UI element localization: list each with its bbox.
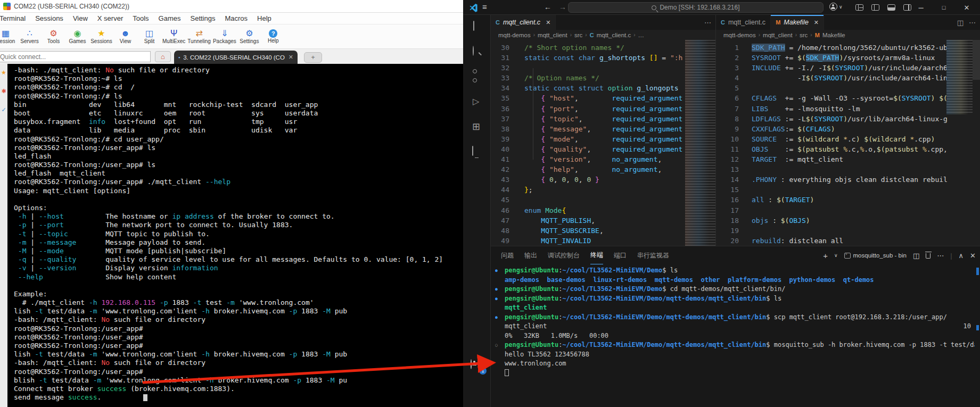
extensions-icon[interactable]: ⊞ — [471, 121, 483, 134]
home-button[interactable]: ⌂ — [155, 51, 171, 62]
more-actions-icon[interactable]: ⋯ — [969, 19, 976, 27]
toolbar-games-button[interactable]: ◉Games — [65, 29, 89, 45]
editor-scrollbar[interactable] — [973, 40, 980, 80]
tab-makefile[interactable]: M Makefile ✕ — [771, 15, 824, 30]
toggle-panel-icon[interactable] — [887, 4, 895, 11]
window-minimize-button[interactable]: ─ — [913, 0, 929, 15]
window-close-button[interactable]: ✕ — [959, 0, 975, 15]
serial-session-tab[interactable]: ▪ 3. COM22 (USB-SERIAL CH340 (CO ✕ — [174, 51, 298, 64]
toggle-secondary-sidebar-icon[interactable] — [903, 4, 911, 11]
panel-tab-debug-console[interactable]: 调试控制台 — [548, 246, 580, 264]
run-debug-icon[interactable]: ▷ — [471, 96, 483, 109]
minimap[interactable] — [685, 40, 715, 246]
toolbar-settings-button[interactable]: ⚙Settings — [237, 29, 261, 45]
toolbar-split-button[interactable]: ◫Split — [137, 29, 161, 45]
remote-explorer-icon[interactable] — [471, 146, 483, 159]
breadcrumb-item[interactable]: src — [800, 32, 808, 38]
breadcrumb-item[interactable]: src — [574, 32, 582, 38]
menu-item-help[interactable]: Help — [252, 14, 276, 22]
panel-tab-serial-monitor[interactable]: 串行监视器 — [637, 246, 669, 264]
breadcrumb-item[interactable]: mqtt_client — [538, 32, 567, 38]
breadcrumb-item[interactable]: mqtt_client.c — [597, 32, 631, 38]
tab-close-icon[interactable]: ✕ — [546, 19, 550, 26]
terminal-instance-entry[interactable]: mosquitto_sub - bin — [844, 252, 907, 259]
minimap[interactable] — [946, 40, 973, 114]
source-control-icon[interactable] — [471, 71, 483, 84]
window-maximize-button[interactable]: □ — [936, 0, 952, 15]
toolbar-tunneling-button[interactable]: ⇄Tunneling — [186, 29, 212, 45]
toolbar-session-button[interactable]: ▦Session — [0, 29, 18, 45]
panel-tab-problems[interactable]: 问题 — [501, 246, 514, 264]
sidebar-sessions-icon[interactable]: ★ — [1, 69, 6, 76]
toolbar-sessions-button[interactable]: ★Sessions — [89, 29, 113, 45]
titlebar-account-button[interactable]: ∨ — [829, 3, 843, 11]
terminal-line: -p | --port The network port to connect … — [14, 221, 463, 229]
terminal-line: -h | --host The hostname or ip address o… — [14, 212, 463, 221]
panel-tab-bar: 问题 输出 调试控制台 终端 端口 串行监视器 + ∨ mosquitto_su… — [491, 246, 980, 264]
toolbar-multiexec-button[interactable]: ΨMultiExec — [161, 29, 186, 45]
breadcrumb-item[interactable]: Makefile — [822, 32, 845, 38]
command-center-search[interactable]: Demo [SSH: 192.168.3.216] — [568, 2, 823, 13]
account-icon[interactable]: 1 — [471, 360, 483, 372]
terminal-line: # ./mqtt_client -h 192.168.0.115 -p 1883… — [14, 298, 463, 307]
code-line: 3INCLUDE += -I./ -I$(SYSROOT)/usr/includ… — [716, 63, 980, 73]
terminal-profile-chevron-icon[interactable]: ∨ — [834, 253, 838, 258]
menu-item-xserver[interactable]: X server — [93, 14, 128, 22]
customize-layout-icon[interactable] — [855, 4, 863, 11]
tab-close-icon[interactable]: ✕ — [289, 54, 293, 61]
menu-item-macros[interactable]: Macros — [220, 14, 252, 22]
split-terminal-icon[interactable]: ◫ — [913, 252, 919, 260]
new-tab-button[interactable]: + — [304, 52, 322, 63]
explorer-icon[interactable] — [471, 21, 483, 34]
more-actions-icon[interactable]: ⋯ — [937, 252, 944, 260]
menu-item-settings[interactable]: Settings — [186, 14, 220, 22]
code-line: 16all : $(TARGET) — [716, 195, 980, 205]
nav-forward-icon[interactable]: → — [559, 3, 566, 11]
breadcrumb-item[interactable]: … — [638, 32, 645, 38]
multiexec-icon: Ψ — [170, 29, 177, 38]
menu-item-terminal[interactable]: Terminal — [0, 14, 30, 22]
terminal-line: -q | --quality quality of service level … — [14, 255, 463, 264]
sidebar-tools-icon[interactable]: ✓ — [1, 106, 6, 113]
toggle-sidebar-icon[interactable] — [871, 4, 879, 11]
terminal-line: root@RK3562-Tronlong:/user_app# — [14, 342, 463, 350]
tab-mqtt-client-c[interactable]: C mqtt_client.c — [716, 15, 771, 30]
panel-tab-terminal[interactable]: 终端 — [590, 246, 603, 264]
breadcrumb-item[interactable]: mqtt_client — [763, 32, 793, 38]
menu-item-view[interactable]: View — [68, 14, 93, 22]
search-icon[interactable] — [471, 46, 483, 59]
close-panel-icon[interactable]: ✕ — [970, 252, 976, 260]
terminal-line: 0% 32KB 1.0MB/s 00:00 — [495, 331, 975, 341]
split-editor-icon[interactable]: ◫ — [957, 19, 963, 27]
integrated-terminal[interactable]: ●pengsir@Ubuntu:~/cool/TL3562-MiniEVM/De… — [495, 266, 975, 407]
toolbar-packages-button[interactable]: ⇓Packages — [212, 29, 237, 45]
toolbar-servers-button[interactable]: ∴Servers — [18, 29, 42, 45]
tab-close-icon[interactable]: ✕ — [814, 19, 819, 26]
breadcrumb-item[interactable]: mqtt-demos — [723, 32, 756, 38]
maximize-panel-icon[interactable]: ∧ — [959, 252, 964, 260]
menu-item-games[interactable]: Games — [154, 14, 186, 22]
serial-terminal[interactable]: -bash: ./mqtt_client: No such file or di… — [7, 64, 463, 407]
toolbar-help-button[interactable]: ?Help — [261, 29, 285, 44]
toolbar-view-button[interactable]: ☻View — [113, 29, 137, 45]
nav-back-icon[interactable]: ← — [544, 3, 551, 11]
quick-connect-input[interactable] — [0, 51, 151, 62]
panel-tab-ports[interactable]: 端口 — [614, 246, 627, 264]
sessions-star-icon: ★ — [97, 29, 105, 38]
code-editor-mqtt-client-c[interactable]: 30/* Short option names */31static const… — [491, 40, 715, 246]
code-editor-makefile[interactable]: 1SDK_PATH = /home/tronlong/3562/ubuntu/r… — [716, 40, 980, 246]
menu-item-sessions[interactable]: Sessions — [30, 14, 68, 22]
serial-session-tab-label: 3. COM22 (USB-SERIAL CH340 (CO — [183, 54, 285, 61]
more-actions-icon[interactable]: ⋯ — [704, 19, 711, 27]
menu-hamburger-icon[interactable]: ≡ — [482, 2, 487, 11]
terminal-line: led_flash mqtt_client — [14, 169, 463, 178]
breadcrumb-item[interactable]: mqtt-demos — [498, 32, 531, 38]
kill-terminal-icon[interactable] — [926, 253, 930, 259]
menu-item-tools[interactable]: Tools — [128, 14, 153, 22]
tab-mqtt-client-c[interactable]: C mqtt_client.c ✕ — [491, 15, 556, 30]
new-terminal-button[interactable]: + — [823, 251, 828, 260]
sidebar-macros-icon[interactable]: ✱ — [1, 88, 6, 95]
code-line: 10SOURCE := $(wildcard *.c) $(wildcard *… — [716, 134, 980, 144]
toolbar-tools-button[interactable]: ⚙Tools — [42, 29, 65, 45]
panel-tab-output[interactable]: 输出 — [524, 246, 537, 264]
